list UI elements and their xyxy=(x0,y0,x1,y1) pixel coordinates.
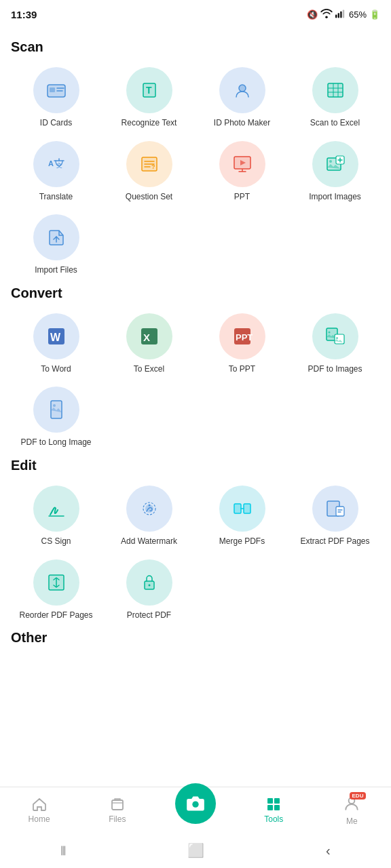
svg-text:A: A xyxy=(48,159,54,167)
tool-ppt[interactable]: PPT xyxy=(197,138,287,205)
protect-pdf-label: Protect PDF xyxy=(127,610,171,621)
status-bar: 11:39 🔇 65% 🔋 xyxy=(0,0,391,27)
svg-rect-59 xyxy=(234,504,241,513)
tool-recognize-text[interactable]: T Recognize Text xyxy=(104,64,194,132)
sys-nav-back[interactable]: ‹ xyxy=(326,843,331,859)
svg-text:T: T xyxy=(146,85,152,96)
nav-home[interactable]: Home xyxy=(0,796,78,824)
me-icon-wrap: EDU xyxy=(343,795,360,814)
import-files-label: Import Files xyxy=(35,265,77,276)
svg-point-55 xyxy=(53,404,56,407)
signal-icon xyxy=(335,9,346,20)
tool-cs-sign[interactable]: CS Sign xyxy=(11,483,101,550)
main-content: Scan ID Cards xyxy=(0,27,391,787)
nav-me-label: Me xyxy=(346,816,358,826)
edu-badge: EDU xyxy=(350,792,367,800)
tool-translate[interactable]: A 文 Translate xyxy=(11,138,101,205)
nav-camera[interactable] xyxy=(156,797,234,824)
svg-rect-3 xyxy=(343,9,344,18)
to-ppt-icon-wrap: PPT xyxy=(219,313,265,359)
time: 11:39 xyxy=(11,9,37,20)
merge-pdfs-icon-wrap xyxy=(219,486,265,532)
svg-rect-78 xyxy=(274,798,280,804)
cs-sign-icon-wrap xyxy=(33,486,79,532)
nav-tools[interactable]: Tools xyxy=(235,796,313,824)
to-ppt-label: To PPT xyxy=(229,364,255,375)
svg-rect-2 xyxy=(340,11,341,18)
tools-icon xyxy=(265,796,282,812)
tool-to-ppt[interactable]: PPT To PPT xyxy=(197,311,287,378)
camera-fab[interactable] xyxy=(175,783,216,824)
svg-point-57 xyxy=(148,504,150,506)
nav-home-label: Home xyxy=(29,814,50,824)
nav-me[interactable]: EDU Me xyxy=(313,795,391,826)
nav-tools-label: Tools xyxy=(264,814,283,824)
svg-point-76 xyxy=(192,801,198,807)
battery-text: 65% xyxy=(349,9,367,20)
svg-text:X: X xyxy=(143,332,150,343)
svg-rect-66 xyxy=(336,507,344,516)
nav-files[interactable]: Files xyxy=(78,796,156,824)
svg-rect-14 xyxy=(328,83,343,97)
mute-icon: 🔇 xyxy=(307,9,318,20)
translate-label: Translate xyxy=(39,192,73,203)
tool-protect-pdf[interactable]: Protect PDF xyxy=(104,557,194,624)
battery-icon: 🔋 xyxy=(369,9,380,20)
section-edit-title: Edit xyxy=(11,458,380,473)
cs-sign-label: CS Sign xyxy=(41,536,71,547)
sys-nav-menu[interactable]: ⦀ xyxy=(60,843,66,859)
tool-question-set[interactable]: ? Question Set xyxy=(104,138,194,205)
tool-import-files[interactable]: Import Files xyxy=(11,212,101,279)
tool-to-excel[interactable]: X To Excel xyxy=(104,311,194,378)
tool-import-images[interactable]: Import Images xyxy=(290,138,380,205)
svg-rect-80 xyxy=(274,805,280,810)
svg-rect-79 xyxy=(267,805,273,810)
svg-rect-61 xyxy=(244,504,250,513)
svg-text:?: ? xyxy=(151,163,155,170)
svg-rect-75 xyxy=(112,800,123,810)
id-cards-icon-wrap xyxy=(33,67,79,113)
reorder-pdf-pages-icon-wrap xyxy=(33,559,79,606)
ppt-icon-wrap xyxy=(219,141,265,187)
section-convert: Convert W To Word X xyxy=(11,285,380,451)
question-set-icon-wrap: ? xyxy=(126,141,172,187)
section-scan-title: Scan xyxy=(11,39,380,55)
wifi-icon xyxy=(320,9,333,20)
tool-id-photo-maker[interactable]: ID Photo Maker xyxy=(197,64,287,132)
add-watermark-icon-wrap xyxy=(126,486,172,532)
tool-add-watermark[interactable]: Add Watermark xyxy=(104,483,194,550)
bottom-nav: Home Files Tools xyxy=(0,787,391,835)
svg-point-37 xyxy=(329,160,332,163)
pdf-to-images-icon-wrap xyxy=(312,313,358,359)
id-cards-label: ID Cards xyxy=(40,118,72,129)
system-nav-bar: ⦀ ⬜ ‹ xyxy=(0,835,391,868)
translate-icon-wrap: A 文 xyxy=(33,141,79,187)
sys-nav-home[interactable]: ⬜ xyxy=(187,842,204,859)
svg-point-50 xyxy=(328,331,330,333)
tool-id-cards[interactable]: ID Cards xyxy=(11,64,101,132)
scan-grid: ID Cards T Recognize Text xyxy=(11,64,380,279)
tool-merge-pdfs[interactable]: Merge PDFs xyxy=(197,483,287,550)
section-other: Other xyxy=(11,630,380,646)
edit-grid: CS Sign Add Watermark xyxy=(11,483,380,623)
tool-scan-to-excel[interactable]: Scan to Excel xyxy=(290,64,380,132)
pdf-to-images-label: PDF to Images xyxy=(308,364,362,375)
add-watermark-label: Add Watermark xyxy=(121,536,177,547)
import-images-icon-wrap xyxy=(312,141,358,187)
home-icon xyxy=(31,796,48,812)
to-excel-label: To Excel xyxy=(134,364,164,375)
tool-pdf-to-long-image[interactable]: PDF to Long Image xyxy=(11,384,101,451)
pdf-to-long-image-label: PDF to Long Image xyxy=(20,437,91,448)
svg-rect-77 xyxy=(267,798,273,804)
files-icon xyxy=(109,796,126,812)
to-word-label: To Word xyxy=(41,364,71,375)
ppt-label: PPT xyxy=(234,192,250,203)
tool-to-word[interactable]: W To Word xyxy=(11,311,101,378)
svg-rect-0 xyxy=(335,14,337,18)
tool-extract-pdf-pages[interactable]: Extract PDF Pages xyxy=(290,483,380,550)
tool-reorder-pdf-pages[interactable]: Reorder PDF Pages xyxy=(11,557,101,624)
scan-to-excel-label: Scan to Excel xyxy=(310,118,360,129)
convert-grid: W To Word X To Excel xyxy=(11,311,380,451)
svg-point-52 xyxy=(336,337,338,339)
tool-pdf-to-images[interactable]: PDF to Images xyxy=(290,311,380,378)
